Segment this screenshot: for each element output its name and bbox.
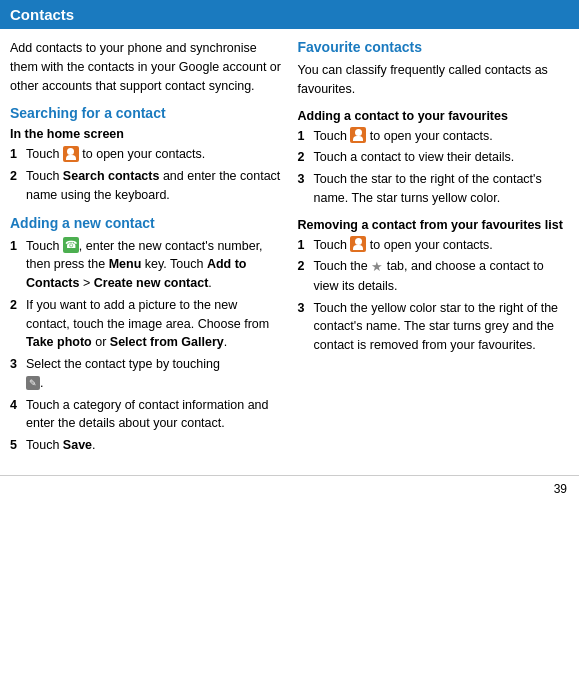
edit-icon: ✎ bbox=[26, 376, 40, 390]
adding-favourites-subsection: Adding a contact to your favourites 1 To… bbox=[298, 109, 570, 208]
phone-icon: ☎ bbox=[63, 237, 79, 253]
searching-section: Searching for a contact In the home scre… bbox=[10, 105, 282, 204]
list-item: 2 If you want to add a picture to the ne… bbox=[10, 296, 282, 352]
searching-steps: 1 Touch to open your contacts. 2 Touch S… bbox=[10, 145, 282, 204]
favourite-title: Favourite contacts bbox=[298, 39, 570, 55]
adding-favourites-title: Adding a contact to your favourites bbox=[298, 109, 570, 123]
list-item: 2 Touch Search contacts and enter the co… bbox=[10, 167, 282, 205]
page-header: Contacts bbox=[0, 0, 579, 29]
right-column: Favourite contacts You can classify freq… bbox=[298, 39, 570, 465]
contacts-icon bbox=[350, 236, 366, 252]
searching-title: Searching for a contact bbox=[10, 105, 282, 121]
favourite-intro: You can classify frequently called conta… bbox=[298, 61, 570, 99]
adding-section: Adding a new contact 1 Touch ☎, enter th… bbox=[10, 215, 282, 455]
removing-favourites-title: Removing a contact from your favourites … bbox=[298, 218, 570, 232]
list-item: 1 Touch to open your contacts. bbox=[10, 145, 282, 164]
adding-steps: 1 Touch ☎, enter the new contact's numbe… bbox=[10, 237, 282, 455]
star-icon: ★ bbox=[371, 257, 383, 277]
page-title: Contacts bbox=[10, 6, 74, 23]
list-item: 2 Touch a contact to view their details. bbox=[298, 148, 570, 167]
page-number: 39 bbox=[0, 475, 579, 502]
list-item: 3 Touch the yellow color star to the rig… bbox=[298, 299, 570, 355]
removing-favourites-subsection: Removing a contact from your favourites … bbox=[298, 218, 570, 355]
list-item: 4 Touch a category of contact informatio… bbox=[10, 396, 282, 434]
list-item: 1 Touch to open your contacts. bbox=[298, 127, 570, 146]
left-column: Add contacts to your phone and synchroni… bbox=[10, 39, 282, 465]
list-item: 2 Touch the ★ tab, and choose a contact … bbox=[298, 257, 570, 295]
list-item: 3 Touch the star to the right of the con… bbox=[298, 170, 570, 208]
intro-text: Add contacts to your phone and synchroni… bbox=[10, 39, 282, 95]
favourite-section: Favourite contacts You can classify freq… bbox=[298, 39, 570, 355]
searching-subsection: In the home screen bbox=[10, 127, 282, 141]
adding-title: Adding a new contact bbox=[10, 215, 282, 231]
list-item: 5 Touch Save. bbox=[10, 436, 282, 455]
list-item: 3 Select the contact type by touching ✎. bbox=[10, 355, 282, 393]
adding-favourites-steps: 1 Touch to open your contacts. 2 Touch a… bbox=[298, 127, 570, 208]
contacts-icon bbox=[63, 146, 79, 162]
removing-favourites-steps: 1 Touch to open your contacts. 2 Touch t… bbox=[298, 236, 570, 355]
list-item: 1 Touch ☎, enter the new contact's numbe… bbox=[10, 237, 282, 293]
list-item: 1 Touch to open your contacts. bbox=[298, 236, 570, 255]
contacts-icon bbox=[350, 127, 366, 143]
